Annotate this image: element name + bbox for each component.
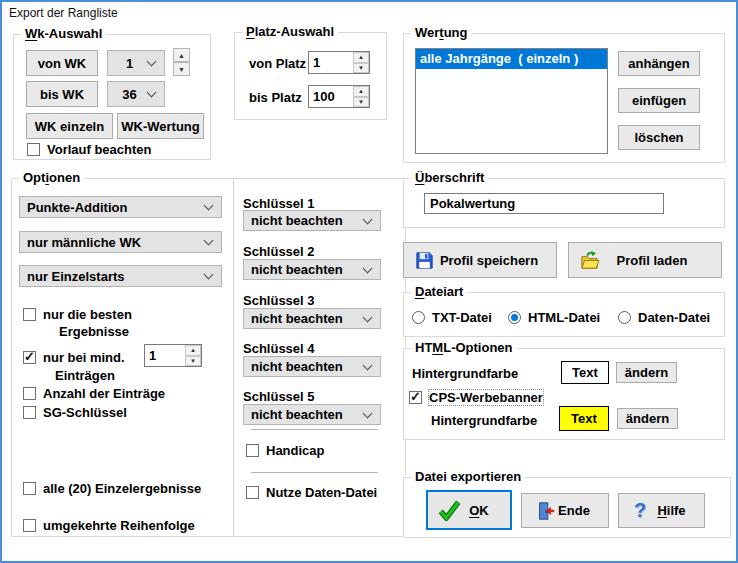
loeschen-button[interactable]: löschen — [618, 125, 700, 150]
geschlecht-combo[interactable]: nur männliche WK — [19, 231, 222, 253]
title-bar: Export der Rangliste — [2, 2, 736, 24]
wk-spin-down-button[interactable]: ▼ — [173, 62, 190, 76]
chevron-down-icon — [363, 408, 373, 418]
sg-schluessel-checkbox[interactable] — [23, 406, 36, 419]
schluessel-1-combo[interactable]: nicht beachten — [243, 210, 381, 231]
schluessel-3-combo[interactable]: nicht beachten — [243, 308, 381, 329]
aendern-hintergrund-button[interactable]: ändern — [616, 362, 677, 383]
schluessel-4-label: Schlüssel 4 — [243, 341, 315, 356]
ende-label: Ende — [558, 503, 590, 518]
cps-werbebanner-checkbox[interactable] — [409, 391, 422, 404]
chevron-down-icon — [147, 88, 157, 98]
vorlauf-beachten-checkbox[interactable] — [27, 143, 40, 156]
schluessel-2-combo[interactable]: nicht beachten — [243, 259, 381, 280]
wk-updown-control: ▲ ▼ — [173, 48, 190, 76]
ende-button[interactable]: Ende — [521, 493, 609, 528]
daten-datei-label: Daten-Datei — [638, 310, 710, 325]
exit-door-icon — [536, 501, 556, 521]
banner-hintergrundfarbe-label: Hintergrundfarbe — [431, 413, 537, 428]
group-caption-platz-auswahl: Platz-Auswahl — [242, 24, 338, 39]
startart-combo[interactable]: nur Einzelstarts — [19, 265, 222, 287]
bis-wk-button[interactable]: bis WK — [26, 81, 98, 107]
aendern-banner-button[interactable]: ändern — [617, 408, 678, 429]
txt-datei-label: TXT-Datei — [432, 310, 492, 325]
anhaengen-button[interactable]: anhängen — [618, 51, 700, 76]
wertung-list-item[interactable]: alle Jahrgänge ( einzeln ) — [416, 49, 607, 69]
nur-die-besten-checkbox[interactable] — [23, 308, 36, 321]
mind-eintraege-spin-up-button[interactable]: ▲ — [185, 345, 201, 356]
von-platz-spin-up-button[interactable]: ▲ — [353, 52, 369, 63]
question-mark-icon: ? — [634, 499, 646, 522]
chevron-down-icon — [363, 263, 373, 273]
chevron-down-icon — [204, 201, 214, 211]
von-platz-spinedit[interactable]: 1 ▲ ▼ — [308, 51, 370, 74]
optionen-group: Optionen Punkte-Addition nur männliche W… — [11, 178, 406, 537]
einfuegen-button[interactable]: einfügen — [618, 88, 700, 113]
vorlauf-beachten-label: Vorlauf beachten — [47, 142, 152, 157]
anzahl-eintraege-checkbox[interactable] — [23, 387, 36, 400]
txt-datei-radio[interactable] — [412, 311, 425, 324]
bis-platz-spin-down-button[interactable]: ▼ — [353, 97, 369, 108]
nur-bei-mind-label-line2: Einträgen — [55, 368, 115, 383]
profil-laden-button[interactable]: Profil laden — [568, 242, 722, 278]
ueberschrift-group: Überschrift — [403, 178, 725, 228]
wertung-listbox[interactable]: alle Jahrgänge ( einzeln ) — [415, 48, 608, 154]
dateiart-group: Dateiart TXT-Datei HTML-Datei Daten-Date… — [403, 292, 725, 337]
chevron-down-icon — [204, 236, 214, 246]
datei-exportieren-group: Datei exportieren OK — [403, 477, 731, 538]
separator — [251, 429, 378, 430]
dialog-window: Export der Rangliste Wk-Auswahl von WK 1… — [0, 0, 738, 563]
schluessel-4-value: nicht beachten — [251, 359, 343, 374]
schluessel-5-combo[interactable]: nicht beachten — [243, 404, 381, 425]
startart-value: nur Einzelstarts — [27, 269, 125, 284]
ueberschrift-input[interactable] — [424, 193, 664, 214]
mind-eintraege-spinedit[interactable]: 1 ▲ ▼ — [144, 344, 202, 367]
schluessel-3-value: nicht beachten — [251, 311, 343, 326]
wk-wertung-button[interactable]: WK-Wertung — [117, 113, 204, 139]
bis-wk-combo[interactable]: 36 — [107, 81, 165, 107]
nutze-daten-datei-checkbox[interactable] — [246, 486, 259, 499]
check-icon — [438, 500, 462, 521]
nur-bei-mind-checkbox[interactable] — [23, 351, 36, 364]
separator — [251, 472, 378, 473]
mind-eintraege-spin-down-button[interactable]: ▼ — [185, 356, 201, 367]
von-platz-spin-down-button[interactable]: ▼ — [353, 63, 369, 74]
wk-einzeln-button[interactable]: WK einzeln — [26, 113, 113, 139]
nur-bei-mind-label: nur bei mind. — [43, 350, 125, 365]
platz-auswahl-group: Platz-Auswahl von Platz 1 ▲ ▼ bis Platz … — [234, 32, 387, 120]
ok-button[interactable]: OK — [426, 490, 512, 530]
schluessel-4-combo[interactable]: nicht beachten — [243, 356, 381, 377]
group-caption-dateiart: Dateiart — [411, 284, 467, 299]
bis-wk-value: 36 — [122, 87, 136, 102]
hilfe-label: Hilfe — [657, 503, 685, 518]
daten-datei-radio[interactable] — [618, 311, 631, 324]
wertung-group: Wertung alle Jahrgänge ( einzeln ) anhän… — [403, 33, 725, 163]
hintergrundfarbe-preview: Text — [561, 361, 609, 384]
html-datei-radio[interactable] — [508, 311, 521, 324]
handicap-checkbox[interactable] — [246, 444, 259, 457]
alle-einzelergebnisse-checkbox[interactable] — [23, 482, 36, 495]
bis-platz-spin-up-button[interactable]: ▲ — [353, 86, 369, 97]
optionen-vertical-divider — [233, 179, 234, 536]
nur-die-besten-label: nur die besten — [43, 307, 132, 322]
chevron-down-icon — [363, 360, 373, 370]
chevron-down-icon — [147, 57, 157, 67]
hilfe-button[interactable]: ? Hilfe — [618, 493, 705, 528]
bis-platz-spinedit[interactable]: 100 ▲ ▼ — [308, 85, 370, 108]
von-wk-combo[interactable]: 1 — [107, 50, 165, 76]
schluessel-5-label: Schlüssel 5 — [243, 389, 315, 404]
nutze-daten-datei-label: Nutze Daten-Datei — [266, 485, 377, 500]
group-caption-wertung: Wertung — [411, 25, 472, 40]
cps-werbebanner-label: CPS-Werbebanner — [429, 390, 543, 405]
profil-speichern-button[interactable]: Profil speichern — [403, 242, 557, 278]
chevron-down-icon — [363, 214, 373, 224]
schluessel-1-value: nicht beachten — [251, 213, 343, 228]
umgekehrte-reihenfolge-checkbox[interactable] — [23, 519, 36, 532]
group-caption-optionen: Optionen — [19, 170, 84, 185]
html-datei-label: HTML-Datei — [528, 310, 600, 325]
wk-spin-up-button[interactable]: ▲ — [173, 48, 190, 62]
ok-label: OK — [469, 503, 489, 518]
von-wk-button[interactable]: von WK — [26, 50, 98, 76]
auswertungsart-combo[interactable]: Punkte-Addition — [19, 196, 222, 218]
nur-die-besten-label-line2: Ergebnisse — [59, 324, 129, 339]
